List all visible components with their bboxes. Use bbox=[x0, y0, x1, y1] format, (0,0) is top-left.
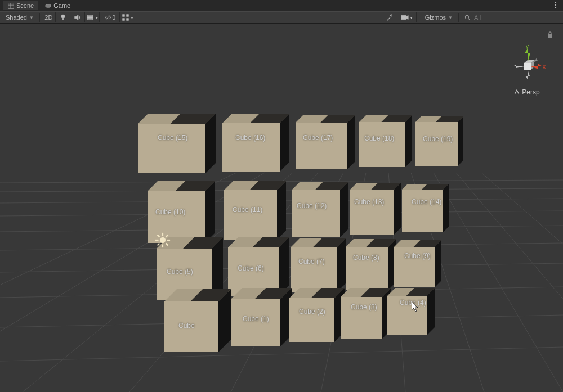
grid-icon bbox=[122, 13, 129, 21]
scene-viewport[interactable]: Cube (15) Cube (16) Cube (17) Cube (18) bbox=[0, 24, 563, 392]
camera-projection-label: Persp bbox=[522, 88, 539, 96]
svg-point-21 bbox=[465, 15, 468, 19]
grid-snap-button[interactable]: ▼ bbox=[121, 12, 135, 22]
scene-cube[interactable] bbox=[341, 288, 391, 339]
scene-cube[interactable] bbox=[292, 182, 348, 237]
lock-button[interactable] bbox=[547, 31, 553, 40]
svg-rect-19 bbox=[401, 16, 406, 20]
scene-cube[interactable] bbox=[387, 288, 435, 335]
svg-rect-10 bbox=[87, 16, 93, 19]
cube-label: Cube (1) bbox=[243, 315, 269, 323]
shading-mode-label: Shaded bbox=[6, 14, 27, 21]
cube-label: Cube bbox=[178, 322, 195, 330]
search-field[interactable] bbox=[461, 13, 561, 21]
gizmos-label: Gizmos bbox=[425, 14, 446, 21]
svg-line-31 bbox=[434, 173, 563, 392]
scene-toolbar: Shaded ▼ 2D ▼ 0 ▼ ▼ bbox=[0, 11, 563, 24]
camera-projection-toggle[interactable]: Persp bbox=[514, 88, 539, 96]
svg-marker-46 bbox=[205, 114, 216, 173]
axis-y-label: y bbox=[526, 44, 529, 49]
svg-line-130 bbox=[166, 244, 168, 246]
scene-icon bbox=[8, 3, 14, 9]
svg-rect-18 bbox=[127, 19, 129, 21]
search-icon bbox=[464, 15, 471, 21]
game-icon bbox=[45, 3, 51, 9]
scene-cube[interactable] bbox=[394, 240, 441, 287]
search-input[interactable] bbox=[473, 13, 557, 21]
window-menu-button[interactable] bbox=[552, 1, 560, 11]
cube-label: Cube (14) bbox=[412, 198, 441, 206]
svg-marker-74 bbox=[340, 182, 348, 237]
tab-bar: Scene Game bbox=[0, 0, 563, 11]
svg-rect-111 bbox=[231, 299, 280, 346]
svg-marker-102 bbox=[435, 240, 441, 287]
svg-marker-78 bbox=[394, 183, 401, 235]
svg-marker-66 bbox=[205, 181, 215, 243]
orientation-gizmo[interactable]: x y bbox=[507, 44, 547, 84]
svg-rect-79 bbox=[350, 190, 394, 235]
eye-off-icon bbox=[105, 13, 111, 21]
audio-icon bbox=[74, 13, 82, 21]
cube-label: Cube (17) bbox=[303, 134, 333, 142]
cube-label: Cube (6) bbox=[238, 264, 264, 272]
svg-marker-9 bbox=[75, 15, 78, 20]
svg-point-4 bbox=[555, 2, 556, 3]
svg-marker-70 bbox=[277, 181, 286, 240]
lock-icon bbox=[547, 31, 553, 38]
svg-rect-8 bbox=[62, 18, 64, 20]
svg-rect-12 bbox=[88, 19, 93, 20]
fx-icon bbox=[86, 13, 94, 21]
svg-rect-0 bbox=[8, 3, 14, 8]
shading-mode-dropdown[interactable]: Shaded ▼ bbox=[2, 13, 37, 21]
scene-cube[interactable] bbox=[291, 238, 346, 292]
svg-line-22 bbox=[468, 18, 470, 20]
svg-rect-134 bbox=[548, 34, 552, 38]
scene-cube[interactable] bbox=[296, 115, 355, 169]
svg-line-129 bbox=[158, 235, 160, 237]
cube-label: Cube (15) bbox=[158, 134, 187, 142]
svg-rect-83 bbox=[402, 190, 443, 232]
cube-label: Cube (19) bbox=[423, 135, 453, 143]
svg-rect-59 bbox=[359, 122, 405, 167]
cube-label: Cube (9) bbox=[404, 252, 431, 260]
chevron-down-icon: ▼ bbox=[448, 15, 453, 20]
svg-marker-138 bbox=[513, 65, 524, 68]
tab-scene[interactable]: Scene bbox=[3, 1, 38, 10]
gizmos-dropdown[interactable]: Gizmos ▼ bbox=[422, 13, 456, 21]
svg-rect-11 bbox=[88, 15, 93, 16]
svg-line-34 bbox=[0, 347, 563, 361]
toggle-lighting-button[interactable] bbox=[57, 12, 70, 22]
toggle-2d-button[interactable]: 2D bbox=[42, 12, 56, 22]
svg-marker-90 bbox=[279, 237, 289, 296]
cube-label: Cube (13) bbox=[354, 198, 384, 206]
svg-rect-16 bbox=[127, 15, 129, 17]
svg-marker-20 bbox=[406, 16, 409, 20]
tab-game[interactable]: Game bbox=[41, 1, 75, 10]
scene-cube[interactable] bbox=[402, 184, 449, 232]
scene-cube[interactable] bbox=[138, 114, 216, 173]
wrench-icon bbox=[386, 13, 394, 21]
cube-label: Cube (10) bbox=[155, 208, 185, 216]
svg-point-124 bbox=[160, 237, 165, 242]
tools-button[interactable] bbox=[384, 12, 397, 22]
svg-rect-95 bbox=[291, 247, 337, 292]
scene-cube[interactable] bbox=[346, 239, 396, 290]
scene-cube[interactable] bbox=[222, 114, 289, 172]
cursor-icon bbox=[412, 302, 419, 312]
light-gizmo[interactable] bbox=[154, 232, 171, 250]
toggle-fx-button[interactable]: ▼ bbox=[86, 12, 100, 22]
svg-rect-55 bbox=[296, 123, 347, 169]
svg-rect-63 bbox=[415, 122, 458, 166]
cube-label: Cube (7) bbox=[298, 258, 325, 265]
toggle-visibility-button[interactable]: 0 bbox=[101, 12, 120, 22]
svg-line-32 bbox=[456, 173, 563, 392]
toggle-audio-button[interactable] bbox=[72, 12, 85, 22]
svg-line-33 bbox=[481, 173, 563, 392]
scene-cube[interactable] bbox=[350, 183, 401, 235]
svg-line-132 bbox=[158, 244, 160, 246]
svg-rect-135 bbox=[524, 63, 531, 70]
scene-cube[interactable] bbox=[164, 289, 231, 352]
cube-label: Cube (11) bbox=[233, 206, 262, 214]
svg-point-6 bbox=[555, 7, 556, 8]
camera-button[interactable]: ▼ bbox=[399, 12, 417, 22]
